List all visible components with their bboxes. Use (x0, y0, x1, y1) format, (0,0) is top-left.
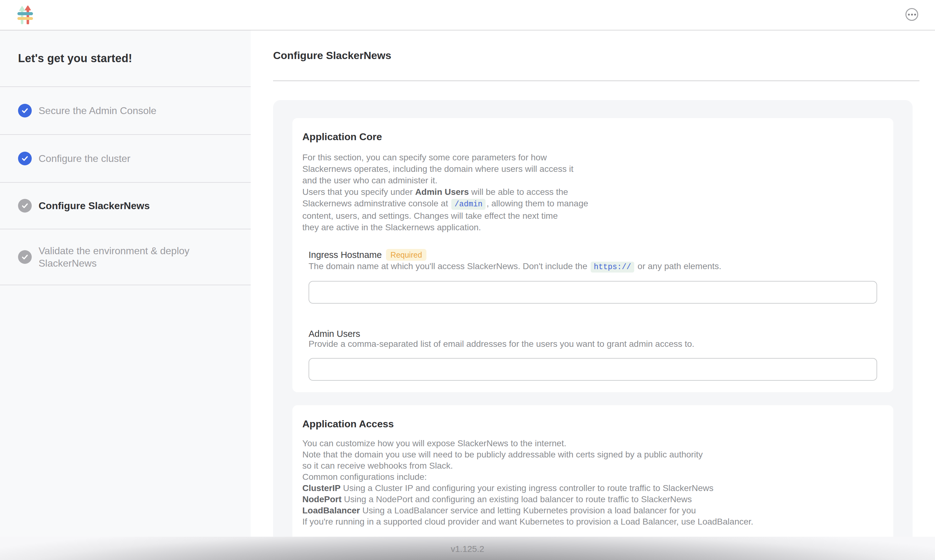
check-circle-icon (18, 199, 32, 212)
check-circle-icon (18, 250, 32, 264)
sidebar-step-secure-admin-console[interactable]: Secure the Admin Console (0, 87, 251, 135)
sidebar-title-block: Let's get you started! (0, 31, 251, 87)
field-help-text: The domain name at which you'll access S… (309, 261, 877, 273)
field-label: Admin Users (309, 329, 360, 338)
config-panel: Application Core For this section, you c… (273, 100, 913, 537)
ingress-hostname-field-group: Ingress Hostname Required The domain nam… (309, 249, 877, 304)
check-circle-icon (18, 152, 32, 165)
ingress-hostname-input[interactable] (309, 281, 877, 304)
title-divider (273, 80, 920, 81)
card-description: For this section, you can specify some c… (302, 152, 883, 233)
sidebar-step-validate-deploy[interactable]: Validate the environment & deploy Slacke… (0, 229, 251, 285)
app-footer: v1.125.2 (0, 537, 935, 560)
ellipsis-menu-icon[interactable] (906, 8, 918, 21)
check-circle-icon (18, 104, 32, 117)
sidebar-title: Let's get you started! (18, 52, 132, 65)
required-badge: Required (386, 249, 426, 261)
step-label: Configure the cluster (39, 152, 130, 165)
step-label: Configure SlackerNews (39, 200, 150, 212)
card-description: You can customize how you will expose Sl… (302, 438, 883, 528)
app-window: Let's get you started! Secure the Admin … (0, 0, 935, 560)
step-label: Secure the Admin Console (39, 105, 156, 117)
field-help-text: Provide a comma-separated list of email … (309, 338, 877, 349)
main-content: Configure SlackerNews Application Core F… (251, 31, 935, 537)
admin-users-input[interactable] (309, 358, 877, 381)
top-header (0, 0, 935, 31)
setup-steps-sidebar: Let's get you started! Secure the Admin … (0, 31, 251, 537)
field-label-row: Admin Users (309, 329, 877, 338)
version-label: v1.125.2 (0, 537, 935, 554)
page-title: Configure SlackerNews (273, 49, 391, 62)
application-access-card: Application Access You can customize how… (292, 405, 893, 537)
field-label: Ingress Hostname (309, 250, 382, 260)
slackernews-logo-icon (17, 6, 33, 24)
sidebar-step-configure-cluster[interactable]: Configure the cluster (0, 135, 251, 183)
card-title: Application Access (302, 418, 883, 429)
admin-users-field-group: Admin Users Provide a comma-separated li… (309, 329, 877, 381)
field-label-row: Ingress Hostname Required (309, 249, 877, 261)
application-core-card: Application Core For this section, you c… (292, 118, 893, 392)
step-label: Validate the environment & deploy Slacke… (39, 245, 219, 269)
card-title: Application Core (302, 131, 883, 142)
sidebar-step-configure-slackernews[interactable]: Configure SlackerNews (0, 183, 251, 229)
